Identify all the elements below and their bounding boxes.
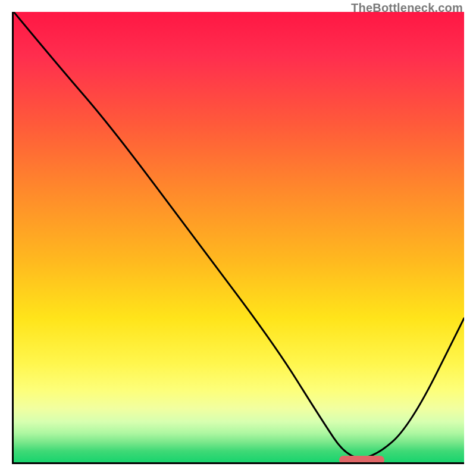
chart-canvas: TheBottleneck.com: [0, 0, 476, 476]
plot-area: [12, 12, 464, 464]
bottleneck-curve: [14, 12, 464, 462]
optimal-range-marker: [339, 456, 384, 464]
